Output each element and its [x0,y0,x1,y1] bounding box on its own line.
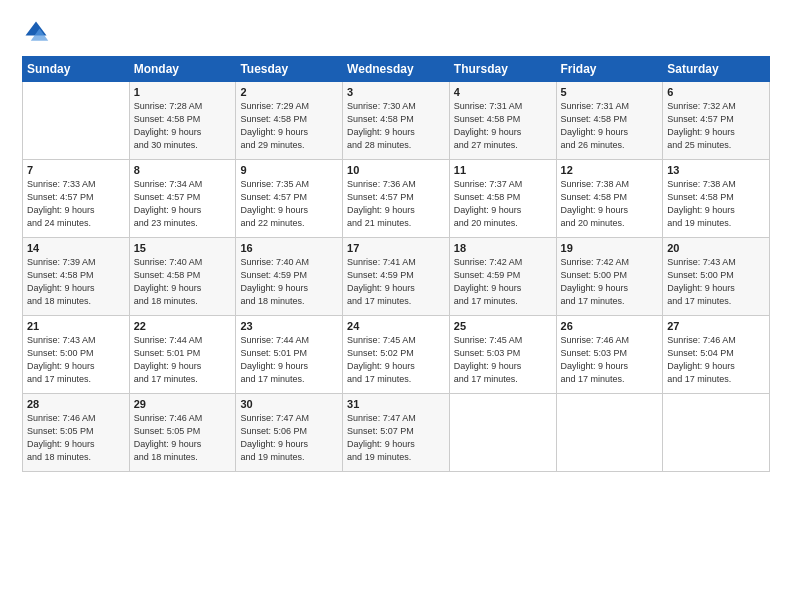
day-cell: 16Sunrise: 7:40 AM Sunset: 4:59 PM Dayli… [236,238,343,316]
day-cell: 28Sunrise: 7:46 AM Sunset: 5:05 PM Dayli… [23,394,130,472]
day-number: 4 [454,86,552,98]
day-number: 5 [561,86,659,98]
day-cell: 15Sunrise: 7:40 AM Sunset: 4:58 PM Dayli… [129,238,236,316]
day-cell: 11Sunrise: 7:37 AM Sunset: 4:58 PM Dayli… [449,160,556,238]
day-info: Sunrise: 7:32 AM Sunset: 4:57 PM Dayligh… [667,100,765,152]
day-number: 21 [27,320,125,332]
day-info: Sunrise: 7:38 AM Sunset: 4:58 PM Dayligh… [667,178,765,230]
week-row-3: 14Sunrise: 7:39 AM Sunset: 4:58 PM Dayli… [23,238,770,316]
week-row-5: 28Sunrise: 7:46 AM Sunset: 5:05 PM Dayli… [23,394,770,472]
day-number: 28 [27,398,125,410]
col-header-saturday: Saturday [663,57,770,82]
day-number: 31 [347,398,445,410]
week-row-4: 21Sunrise: 7:43 AM Sunset: 5:00 PM Dayli… [23,316,770,394]
day-info: Sunrise: 7:44 AM Sunset: 5:01 PM Dayligh… [134,334,232,386]
day-number: 11 [454,164,552,176]
day-cell: 6Sunrise: 7:32 AM Sunset: 4:57 PM Daylig… [663,82,770,160]
day-info: Sunrise: 7:28 AM Sunset: 4:58 PM Dayligh… [134,100,232,152]
day-info: Sunrise: 7:35 AM Sunset: 4:57 PM Dayligh… [240,178,338,230]
day-info: Sunrise: 7:44 AM Sunset: 5:01 PM Dayligh… [240,334,338,386]
day-info: Sunrise: 7:36 AM Sunset: 4:57 PM Dayligh… [347,178,445,230]
day-number: 12 [561,164,659,176]
day-info: Sunrise: 7:42 AM Sunset: 4:59 PM Dayligh… [454,256,552,308]
col-header-tuesday: Tuesday [236,57,343,82]
day-number: 19 [561,242,659,254]
day-cell: 2Sunrise: 7:29 AM Sunset: 4:58 PM Daylig… [236,82,343,160]
page: SundayMondayTuesdayWednesdayThursdayFrid… [0,0,792,612]
logo [22,18,54,46]
day-number: 29 [134,398,232,410]
day-info: Sunrise: 7:46 AM Sunset: 5:05 PM Dayligh… [27,412,125,464]
day-number: 17 [347,242,445,254]
day-info: Sunrise: 7:30 AM Sunset: 4:58 PM Dayligh… [347,100,445,152]
day-cell: 4Sunrise: 7:31 AM Sunset: 4:58 PM Daylig… [449,82,556,160]
day-cell: 7Sunrise: 7:33 AM Sunset: 4:57 PM Daylig… [23,160,130,238]
day-cell: 30Sunrise: 7:47 AM Sunset: 5:06 PM Dayli… [236,394,343,472]
day-info: Sunrise: 7:46 AM Sunset: 5:04 PM Dayligh… [667,334,765,386]
day-cell: 29Sunrise: 7:46 AM Sunset: 5:05 PM Dayli… [129,394,236,472]
day-info: Sunrise: 7:39 AM Sunset: 4:58 PM Dayligh… [27,256,125,308]
calendar-header-row: SundayMondayTuesdayWednesdayThursdayFrid… [23,57,770,82]
day-cell: 10Sunrise: 7:36 AM Sunset: 4:57 PM Dayli… [343,160,450,238]
col-header-friday: Friday [556,57,663,82]
day-cell: 12Sunrise: 7:38 AM Sunset: 4:58 PM Dayli… [556,160,663,238]
day-cell: 25Sunrise: 7:45 AM Sunset: 5:03 PM Dayli… [449,316,556,394]
day-cell: 8Sunrise: 7:34 AM Sunset: 4:57 PM Daylig… [129,160,236,238]
day-info: Sunrise: 7:47 AM Sunset: 5:07 PM Dayligh… [347,412,445,464]
day-cell: 27Sunrise: 7:46 AM Sunset: 5:04 PM Dayli… [663,316,770,394]
day-cell: 19Sunrise: 7:42 AM Sunset: 5:00 PM Dayli… [556,238,663,316]
day-cell: 21Sunrise: 7:43 AM Sunset: 5:00 PM Dayli… [23,316,130,394]
day-info: Sunrise: 7:47 AM Sunset: 5:06 PM Dayligh… [240,412,338,464]
day-info: Sunrise: 7:46 AM Sunset: 5:03 PM Dayligh… [561,334,659,386]
day-cell: 22Sunrise: 7:44 AM Sunset: 5:01 PM Dayli… [129,316,236,394]
day-number: 8 [134,164,232,176]
calendar-table: SundayMondayTuesdayWednesdayThursdayFrid… [22,56,770,472]
day-cell: 18Sunrise: 7:42 AM Sunset: 4:59 PM Dayli… [449,238,556,316]
col-header-thursday: Thursday [449,57,556,82]
day-number: 20 [667,242,765,254]
day-info: Sunrise: 7:31 AM Sunset: 4:58 PM Dayligh… [561,100,659,152]
day-cell: 26Sunrise: 7:46 AM Sunset: 5:03 PM Dayli… [556,316,663,394]
day-number: 24 [347,320,445,332]
day-cell: 5Sunrise: 7:31 AM Sunset: 4:58 PM Daylig… [556,82,663,160]
day-number: 9 [240,164,338,176]
day-info: Sunrise: 7:33 AM Sunset: 4:57 PM Dayligh… [27,178,125,230]
day-info: Sunrise: 7:37 AM Sunset: 4:58 PM Dayligh… [454,178,552,230]
day-info: Sunrise: 7:45 AM Sunset: 5:02 PM Dayligh… [347,334,445,386]
day-cell [449,394,556,472]
day-info: Sunrise: 7:43 AM Sunset: 5:00 PM Dayligh… [27,334,125,386]
day-number: 26 [561,320,659,332]
day-cell: 3Sunrise: 7:30 AM Sunset: 4:58 PM Daylig… [343,82,450,160]
col-header-wednesday: Wednesday [343,57,450,82]
day-number: 27 [667,320,765,332]
day-cell: 14Sunrise: 7:39 AM Sunset: 4:58 PM Dayli… [23,238,130,316]
day-info: Sunrise: 7:40 AM Sunset: 4:58 PM Dayligh… [134,256,232,308]
day-number: 15 [134,242,232,254]
day-number: 3 [347,86,445,98]
day-info: Sunrise: 7:41 AM Sunset: 4:59 PM Dayligh… [347,256,445,308]
day-number: 10 [347,164,445,176]
week-row-2: 7Sunrise: 7:33 AM Sunset: 4:57 PM Daylig… [23,160,770,238]
day-cell: 23Sunrise: 7:44 AM Sunset: 5:01 PM Dayli… [236,316,343,394]
col-header-sunday: Sunday [23,57,130,82]
day-number: 23 [240,320,338,332]
day-number: 22 [134,320,232,332]
day-number: 18 [454,242,552,254]
day-info: Sunrise: 7:40 AM Sunset: 4:59 PM Dayligh… [240,256,338,308]
day-cell: 20Sunrise: 7:43 AM Sunset: 5:00 PM Dayli… [663,238,770,316]
day-cell: 31Sunrise: 7:47 AM Sunset: 5:07 PM Dayli… [343,394,450,472]
day-info: Sunrise: 7:43 AM Sunset: 5:00 PM Dayligh… [667,256,765,308]
day-cell: 24Sunrise: 7:45 AM Sunset: 5:02 PM Dayli… [343,316,450,394]
day-info: Sunrise: 7:29 AM Sunset: 4:58 PM Dayligh… [240,100,338,152]
week-row-1: 1Sunrise: 7:28 AM Sunset: 4:58 PM Daylig… [23,82,770,160]
col-header-monday: Monday [129,57,236,82]
day-number: 1 [134,86,232,98]
day-info: Sunrise: 7:42 AM Sunset: 5:00 PM Dayligh… [561,256,659,308]
day-info: Sunrise: 7:38 AM Sunset: 4:58 PM Dayligh… [561,178,659,230]
header [22,18,770,46]
day-cell [663,394,770,472]
day-cell: 1Sunrise: 7:28 AM Sunset: 4:58 PM Daylig… [129,82,236,160]
day-number: 25 [454,320,552,332]
day-number: 7 [27,164,125,176]
day-cell: 9Sunrise: 7:35 AM Sunset: 4:57 PM Daylig… [236,160,343,238]
